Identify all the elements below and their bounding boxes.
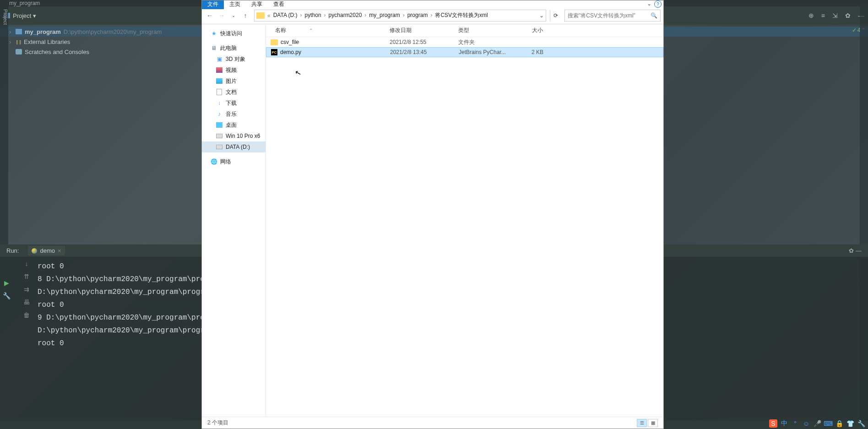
tray-emoji-icon[interactable]: ☺ — [802, 419, 810, 428]
file-row[interactable]: PCdemo.py2021/2/8 13:45JetBrains PyChar.… — [266, 47, 663, 57]
pycharm-left-gutter[interactable]: Project — [0, 6, 8, 244]
nav-recent-dropdown[interactable]: ⌄ — [228, 11, 239, 21]
tray-punct-icon[interactable]: ° — [791, 419, 799, 428]
sidebar-this-pc[interactable]: 🖥 此电脑 — [202, 43, 266, 54]
column-headers[interactable]: 名称⌃ 修改日期 类型 大小 — [266, 24, 663, 37]
sidebar-item-3d[interactable]: ▣3D 对象 — [202, 54, 266, 65]
address-dropdown-icon[interactable]: ⌄ — [539, 12, 544, 19]
run-label: Run: — [6, 247, 19, 254]
sidebar-item-win10[interactable]: Win 10 Pro x6 — [202, 130, 266, 141]
label: 视频 — [226, 66, 237, 74]
file-size: 2 KB — [516, 49, 543, 55]
file-list-pane: 名称⌃ 修改日期 类型 大小 csv_file2021/2/8 12:55文件夹… — [266, 24, 663, 417]
chevron-right-icon[interactable]: › — [299, 12, 303, 18]
breadcrumb-segment[interactable]: python — [303, 12, 323, 18]
run-toolbar: ▶ 🔧 ↓ ⇈ ⇉ 🖶 🗑 — [0, 257, 33, 421]
address-bar[interactable]: « DATA (D:)›python›pycharm2020›my_progra… — [254, 10, 546, 22]
tray-tool-icon[interactable]: 🔧 — [857, 419, 865, 428]
thispc-label: 此电脑 — [220, 44, 237, 52]
sidebar-network[interactable]: 🌐 网络 — [202, 156, 266, 167]
project-dropdown[interactable]: Project ▾ — [13, 12, 36, 19]
explorer-ribbon-tabs: 文件 主页 共享 查看 ⌄ ? — [202, 0, 663, 7]
breadcrumb-segment[interactable]: my_program — [367, 12, 401, 18]
nav-back-button[interactable]: ← — [205, 11, 215, 21]
tray-skin-icon[interactable]: 👕 — [846, 419, 854, 428]
sidebar-item-data-d[interactable]: DATA (D:) — [202, 141, 266, 152]
file-name: demo.py — [280, 49, 301, 55]
network-label: 网络 — [220, 158, 231, 166]
sidebar-quick-access[interactable]: ★ 快速访问 — [202, 28, 266, 39]
close-tab-icon[interactable]: × — [58, 247, 61, 254]
col-size[interactable]: 大小 — [515, 27, 543, 34]
sidebar-item-pictures[interactable]: 图片 — [202, 76, 266, 87]
col-name[interactable]: 名称⌃ — [266, 27, 390, 34]
run-output[interactable]: root 0 8 D:\python\pycharm2020\my_progra… — [33, 257, 213, 421]
sidebar-item-desktop[interactable]: 桌面 — [202, 119, 266, 130]
view-details-button[interactable]: ☰ — [637, 419, 647, 427]
label: 音乐 — [226, 110, 237, 118]
col-type[interactable]: 类型 — [458, 27, 515, 34]
root-path: D:\python\pycharm2020\my_program — [64, 28, 162, 35]
tray-ime-icon[interactable]: S — [769, 419, 777, 428]
run-tab[interactable]: demo × — [28, 246, 65, 255]
sidebar-item-downloads[interactable]: ↓下载 — [202, 98, 266, 109]
explorer-sidebar[interactable]: ★ 快速访问 🖥 此电脑 ▣3D 对象 视频 图片 文档 ↓下载 ♪音乐 桌面 … — [202, 24, 266, 417]
col-date[interactable]: 修改日期 — [390, 27, 458, 34]
stop-icon[interactable]: ↓ — [23, 260, 30, 267]
sidebar-item-documents[interactable]: 文档 — [202, 87, 266, 98]
system-tray: S 中 ° ☺ 🎤 ⌨ 🔒 👕 🔧 — [766, 418, 868, 429]
nav-up-button[interactable]: ↑ — [240, 11, 250, 21]
breadcrumb-segment[interactable]: pycharm2020 — [327, 12, 364, 18]
file-explorer-window: 文件 主页 共享 查看 ⌄ ? ← → ⌄ ↑ « DATA (D:)›pyth… — [201, 0, 664, 429]
search-box[interactable]: 🔍 — [564, 10, 661, 22]
expand-arrow-icon[interactable]: › — [9, 38, 14, 45]
breadcrumb-segment[interactable]: DATA (D:) — [271, 12, 299, 18]
pycharm-file-icon: PC — [271, 49, 277, 55]
check-icon: ✓ — [852, 27, 857, 33]
label: 3D 对象 — [226, 55, 245, 63]
breadcrumb-container: DATA (D:)›python›pycharm2020›my_program›… — [271, 11, 490, 19]
label: 图片 — [226, 77, 237, 85]
chevron-right-icon[interactable]: › — [402, 12, 406, 18]
search-icon[interactable]: 🔍 — [651, 12, 657, 19]
wrap-icon[interactable]: ⇉ — [23, 286, 30, 293]
crumb-sep-icon[interactable]: « — [266, 12, 271, 19]
nav-forward-button[interactable]: → — [217, 11, 227, 21]
tray-lang-icon[interactable]: 中 — [780, 419, 788, 428]
pc-icon: 🖥 — [210, 45, 217, 51]
refresh-button[interactable]: ⟳ — [550, 10, 561, 21]
debug-icon[interactable]: 🔧 — [3, 292, 10, 299]
label: Win 10 Pro x6 — [226, 133, 260, 139]
label: 文档 — [226, 88, 237, 96]
sidebar-item-music[interactable]: ♪音乐 — [202, 109, 266, 119]
external-label: External Libraries — [24, 38, 70, 45]
chevron-right-icon[interactable]: › — [323, 12, 327, 18]
sort-asc-icon: ⌃ — [286, 28, 313, 33]
rerun-icon[interactable]: ▶ — [3, 279, 10, 287]
label: DATA (D:) — [226, 144, 250, 150]
trash-icon[interactable]: 🗑 — [23, 311, 30, 319]
file-rows: csv_file2021/2/8 12:55文件夹PCdemo.py2021/2… — [266, 37, 663, 57]
expand-icon[interactable]: ⇲ — [832, 12, 838, 19]
file-type: 文件夹 — [458, 38, 515, 46]
print-icon[interactable]: 🖶 — [23, 299, 30, 306]
sidebar-item-videos[interactable]: 视频 — [202, 65, 266, 76]
expand-arrow-icon[interactable]: › — [9, 28, 14, 35]
library-icon: ⫿⫿ — [16, 38, 22, 45]
locate-icon[interactable]: ⊕ — [808, 12, 814, 19]
breadcrumb-segment[interactable]: 将CSV文件转换为xml — [433, 12, 489, 18]
view-icons-button[interactable]: ▦ — [648, 419, 658, 427]
tray-kbd-icon[interactable]: ⌨ — [824, 419, 832, 428]
label: 名称 — [275, 27, 286, 33]
up-icon[interactable]: ⇈ — [23, 273, 30, 280]
breadcrumb-segment[interactable]: program — [406, 12, 430, 18]
settings-icon[interactable]: ✿ — [845, 12, 851, 19]
collapse-icon[interactable]: ≡ — [821, 12, 825, 19]
doc-icon — [216, 89, 223, 95]
run-settings-icon[interactable]: ✿ ― — [849, 247, 862, 254]
tray-lock-icon[interactable]: 🔒 — [835, 419, 843, 428]
video-icon — [216, 67, 223, 73]
search-input[interactable] — [568, 12, 649, 19]
file-row[interactable]: csv_file2021/2/8 12:55文件夹 — [266, 37, 663, 47]
tray-mic-icon[interactable]: 🎤 — [813, 419, 821, 428]
